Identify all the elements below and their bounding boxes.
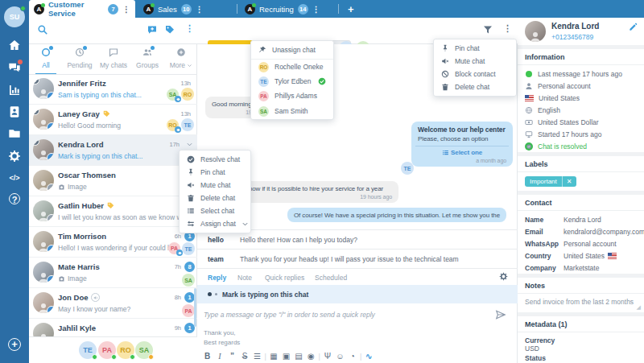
location-icon[interactable]: ◉ bbox=[306, 352, 316, 361]
sender-avatar: TE bbox=[401, 162, 414, 175]
chat-list-item-selected[interactable]: Kendra Lord Mark is typing on this chat.… bbox=[29, 135, 197, 166]
tab-menu-icon[interactable]: ⋮ bbox=[196, 5, 204, 14]
integrations-icon[interactable]: </> bbox=[8, 171, 21, 184]
formatting-toolbar: B I ” S ☰ | ▦ ▣ ▤ ◉ | Ψ ☺ ◔ | ∿ bbox=[202, 352, 374, 361]
image-attach-icon[interactable]: ▦ bbox=[268, 352, 279, 361]
chat-list-item[interactable]: Tim Morrison Hello! I was wondering if y… bbox=[29, 227, 197, 258]
chat-list-item[interactable]: Oscar Thomsen Image 5h bbox=[29, 166, 197, 196]
menu-item-block-contact[interactable]: Block contact bbox=[434, 68, 516, 80]
italic-icon[interactable]: I bbox=[215, 352, 225, 361]
menu-item-agent-selected[interactable]: TE Tylor Edben bbox=[251, 74, 333, 89]
contact-field-name: NameKendra Lord bbox=[518, 213, 644, 225]
menu-item-agent[interactable]: PA Phillys Adams bbox=[251, 89, 333, 103]
tags-filter-icon[interactable] bbox=[165, 25, 175, 35]
message-input[interactable]: Type a message or type "/" in order to s… bbox=[204, 311, 485, 319]
agent-avatar[interactable]: RO bbox=[117, 341, 134, 359]
contact-phone-link[interactable]: +0123456789 bbox=[551, 33, 593, 41]
edit-contact-pencil-icon[interactable] bbox=[629, 23, 638, 31]
help-icon[interactable]: ? bbox=[9, 193, 20, 204]
composer-tab-scheduled[interactable]: Scheduled bbox=[315, 274, 347, 282]
menu-item-pin-chat[interactable]: Pin chat bbox=[180, 166, 250, 179]
bold-icon[interactable]: B bbox=[202, 352, 213, 361]
menu-item-agent[interactable]: RO Rochelle Oneke bbox=[251, 60, 333, 74]
agent-avatar: PA bbox=[258, 91, 269, 101]
camera-icon bbox=[58, 184, 65, 191]
menu-item-delete-chat[interactable]: Delete chat bbox=[434, 80, 516, 93]
contact-avatar bbox=[33, 139, 54, 160]
contact-field-whatsapp: WhatsAppPersonal account bbox=[518, 237, 644, 250]
menu-item-assign-chat[interactable]: Assign chat bbox=[180, 217, 250, 230]
menu-item-delete-chat[interactable]: Delete chat bbox=[180, 192, 250, 204]
strikethrough-icon[interactable]: S bbox=[240, 352, 250, 361]
microphone-icon[interactable]: Ψ bbox=[322, 352, 332, 361]
tab-menu-icon[interactable]: ⋮ bbox=[312, 5, 320, 14]
list-scrollbar-thumb[interactable] bbox=[194, 288, 196, 327]
timer-icon[interactable]: ◔ bbox=[347, 352, 357, 361]
composer-tab-note[interactable]: Note bbox=[237, 274, 252, 282]
member-avatar: RO bbox=[181, 88, 194, 101]
label-chip-important[interactable]: Important✕ bbox=[525, 176, 576, 187]
workspace-logo: A bbox=[245, 4, 255, 14]
composer-settings-gear-icon[interactable] bbox=[499, 272, 508, 281]
chats-icon[interactable] bbox=[8, 61, 21, 74]
tab-customer-service[interactable]: A Customer Service 7 ⋮ bbox=[29, 0, 135, 18]
select-option-button[interactable]: Select one bbox=[418, 149, 506, 156]
menu-item-select-chat[interactable]: Select chat bbox=[180, 204, 250, 217]
list-tab-groups[interactable]: Groups bbox=[130, 47, 164, 69]
agent-avatar[interactable]: PA bbox=[98, 341, 116, 359]
pinned-icon bbox=[33, 78, 39, 85]
quote-icon[interactable]: ” bbox=[227, 352, 237, 361]
list-tab-all[interactable]: All bbox=[29, 47, 63, 69]
workspace-avatar[interactable]: SU bbox=[4, 6, 25, 27]
pinned-icon bbox=[33, 139, 39, 146]
menu-item-mute-chat[interactable]: Mute chat bbox=[180, 179, 250, 192]
signature-toggle-icon[interactable]: ∿ bbox=[364, 352, 374, 361]
composer-tab-quick-replies[interactable]: Quick replies bbox=[265, 274, 304, 282]
tab-menu-icon[interactable]: ⋮ bbox=[122, 5, 130, 14]
chat-list-item[interactable]: Laney Gray Hello! Good morning 13h RO TE bbox=[29, 105, 197, 135]
chat-options-kebab-icon[interactable]: ⋮ bbox=[503, 23, 512, 34]
tab-recruiting[interactable]: A Recruiting 14 ⋮ bbox=[240, 0, 335, 18]
files-icon[interactable] bbox=[8, 127, 21, 140]
check-circle-icon bbox=[525, 142, 533, 151]
menu-item-pin-chat[interactable]: Pin chat bbox=[434, 42, 516, 55]
tab-sales[interactable]: A Sales 10 ⋮ bbox=[138, 0, 233, 18]
resize-handle-icon[interactable]: ◢ bbox=[637, 304, 641, 311]
remove-label-icon[interactable]: ✕ bbox=[562, 176, 576, 187]
file-attach-icon[interactable]: ▤ bbox=[293, 352, 303, 361]
quick-reply-suggestion[interactable]: team Thank you for your heads up! I will… bbox=[197, 249, 518, 268]
chat-list-item[interactable]: Gatlin Huber I will let you know as soon… bbox=[29, 196, 197, 227]
team-presence-bar: TE PA RO SA bbox=[29, 336, 197, 363]
chat-list-item[interactable]: Jon Doe May I know your name? 8h 1 PA bbox=[29, 288, 197, 319]
list-tab-more[interactable]: More bbox=[164, 47, 198, 69]
list-menu-icon[interactable]: ⋮ bbox=[185, 23, 194, 34]
menu-item-unassign-chat[interactable]: Unassign chat bbox=[251, 41, 333, 59]
list-tab-pending[interactable]: Pending bbox=[63, 47, 97, 69]
add-workspace-icon[interactable]: + bbox=[8, 338, 21, 351]
contact-avatar bbox=[33, 262, 54, 283]
online-status-dot bbox=[20, 6, 26, 11]
agent-avatar[interactable]: TE bbox=[79, 341, 97, 359]
menu-item-mute-chat[interactable]: Mute chat bbox=[434, 55, 516, 68]
send-icon[interactable] bbox=[495, 309, 506, 320]
contacts-icon[interactable] bbox=[8, 105, 21, 118]
new-chat-icon[interactable] bbox=[147, 25, 157, 35]
list-tab-my-chats[interactable]: My chats bbox=[97, 47, 130, 69]
analytics-icon[interactable] bbox=[8, 84, 21, 97]
search-icon[interactable] bbox=[37, 24, 48, 35]
chat-list-item[interactable]: Jennifer Fritz Sam is typing on this cha… bbox=[29, 74, 197, 105]
notes-textarea[interactable]: Send invoice from the last 2 months ◢ bbox=[518, 294, 644, 312]
add-tab-button[interactable]: + bbox=[343, 0, 359, 18]
settings-icon[interactable] bbox=[8, 150, 21, 163]
menu-item-resolve-chat[interactable]: Resolve chat bbox=[180, 153, 250, 166]
agent-avatar[interactable]: SA bbox=[135, 341, 153, 359]
row-menu-chevron-icon[interactable] bbox=[186, 140, 193, 148]
emoji-icon[interactable]: ☺ bbox=[335, 352, 345, 361]
template-icon[interactable]: ▣ bbox=[281, 352, 291, 361]
align-icon[interactable]: ☰ bbox=[252, 352, 262, 361]
reassign-dropdown-menu: Unassign chat RO Rochelle Oneke TE Tylor… bbox=[250, 40, 334, 120]
home-icon[interactable] bbox=[8, 39, 21, 52]
chat-list-item[interactable]: Mate Harris Image 7h 8 SA bbox=[29, 258, 197, 288]
filter-icon[interactable] bbox=[483, 25, 493, 35]
menu-item-agent[interactable]: SA Sam Smith bbox=[251, 103, 333, 119]
